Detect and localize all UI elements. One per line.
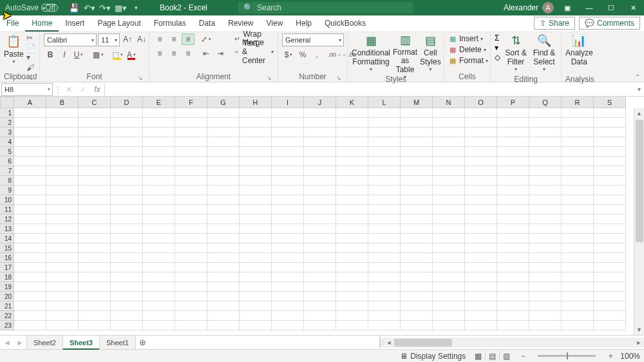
cell[interactable] <box>336 166 368 176</box>
underline-icon[interactable]: U <box>72 49 85 61</box>
cut-icon[interactable]: ✂ <box>26 33 36 43</box>
column-header[interactable]: R <box>562 97 594 108</box>
cell[interactable] <box>304 263 336 272</box>
cell[interactable] <box>304 253 336 263</box>
cell[interactable] <box>46 137 79 147</box>
cell[interactable] <box>143 243 175 253</box>
formula-bar[interactable] <box>104 83 634 96</box>
sort-filter-button[interactable]: ⇅Sort & Filter▼ <box>503 33 529 75</box>
merge-center-button[interactable]: ⫟Merge & Center▾ <box>233 46 274 57</box>
cell[interactable] <box>465 186 497 195</box>
cell[interactable] <box>336 128 368 137</box>
cell[interactable] <box>175 147 207 157</box>
fill-icon[interactable]: ▾ <box>495 43 500 52</box>
cell[interactable] <box>111 118 143 128</box>
cell[interactable] <box>304 166 336 176</box>
cell[interactable] <box>79 108 111 118</box>
column-header[interactable]: D <box>111 97 143 108</box>
page-layout-view-icon[interactable]: ▤ <box>485 351 499 361</box>
cell[interactable] <box>207 176 240 186</box>
cell[interactable] <box>368 292 401 301</box>
cell[interactable] <box>304 243 336 253</box>
cell[interactable] <box>336 137 368 147</box>
cell[interactable] <box>401 253 433 263</box>
italic-icon[interactable]: I <box>58 49 71 61</box>
cell[interactable] <box>304 301 336 311</box>
cell[interactable] <box>46 234 79 243</box>
horizontal-scrollbar[interactable]: ◄ ► <box>384 338 644 348</box>
cell[interactable] <box>497 272 529 282</box>
cell[interactable] <box>79 253 111 263</box>
cell[interactable] <box>433 214 465 224</box>
cell[interactable] <box>401 176 433 186</box>
cell[interactable] <box>465 272 497 282</box>
row-header[interactable]: 3 <box>0 128 14 137</box>
cell[interactable] <box>304 186 336 195</box>
align-center-icon[interactable]: ≡ <box>167 48 180 59</box>
cell[interactable] <box>465 166 497 176</box>
select-all-corner[interactable] <box>0 97 14 108</box>
cell[interactable] <box>529 214 562 224</box>
cell[interactable] <box>465 118 497 128</box>
cell[interactable] <box>401 214 433 224</box>
cell[interactable] <box>304 311 336 321</box>
cell[interactable] <box>368 321 401 330</box>
cell[interactable] <box>304 108 336 118</box>
cell[interactable] <box>14 253 46 263</box>
tab-home[interactable]: Home <box>25 15 59 32</box>
save-icon[interactable]: 💾 <box>67 1 81 15</box>
cell[interactable] <box>240 243 272 253</box>
cell[interactable] <box>497 243 529 253</box>
cell[interactable] <box>111 224 143 234</box>
cell[interactable] <box>562 166 594 176</box>
cell[interactable] <box>46 224 79 234</box>
cell[interactable] <box>594 137 626 147</box>
vertical-scrollbar[interactable]: ▲ ▼ <box>634 108 644 335</box>
cell[interactable] <box>272 272 304 282</box>
cell[interactable] <box>304 282 336 292</box>
cell[interactable] <box>272 137 304 147</box>
comma-format-icon[interactable]: , <box>310 49 323 61</box>
cell[interactable] <box>111 253 143 263</box>
cell[interactable] <box>240 321 272 330</box>
display-settings-button[interactable]: 🖥Display Settings <box>400 352 466 361</box>
cell[interactable] <box>336 253 368 263</box>
cell[interactable] <box>497 311 529 321</box>
cell[interactable] <box>207 137 240 147</box>
cell[interactable] <box>143 234 175 243</box>
cell[interactable] <box>143 176 175 186</box>
cell[interactable] <box>207 195 240 205</box>
column-header[interactable]: N <box>433 97 465 108</box>
autosum-icon[interactable]: Σ <box>495 33 500 43</box>
scroll-up-icon[interactable]: ▲ <box>634 108 644 119</box>
font-launcher-icon[interactable]: ↘ <box>137 75 144 81</box>
cell[interactable] <box>79 147 111 157</box>
cell[interactable] <box>143 282 175 292</box>
cell[interactable] <box>562 176 594 186</box>
cell[interactable] <box>304 147 336 157</box>
cell[interactable] <box>401 224 433 234</box>
name-box[interactable]: H8 <box>1 83 53 96</box>
cell[interactable] <box>594 157 626 166</box>
cell[interactable] <box>594 301 626 311</box>
row-header[interactable]: 16 <box>0 253 14 263</box>
cell[interactable] <box>529 321 562 330</box>
cell[interactable] <box>594 205 626 214</box>
cell[interactable] <box>497 186 529 195</box>
cell[interactable] <box>111 195 143 205</box>
sheet-tab[interactable]: Sheet1 <box>99 336 136 350</box>
analyze-data-button[interactable]: 📊Analyze Data <box>565 33 593 75</box>
cell[interactable] <box>433 205 465 214</box>
increase-font-icon[interactable]: A↑ <box>121 33 134 45</box>
cell[interactable] <box>111 311 143 321</box>
sheet-tab[interactable]: Sheet3 <box>62 336 100 350</box>
cell[interactable] <box>401 321 433 330</box>
cell[interactable] <box>304 205 336 214</box>
insert-cells-button[interactable]: ▦Insert▾ <box>448 33 483 44</box>
cell[interactable] <box>336 282 368 292</box>
cell[interactable] <box>562 128 594 137</box>
redo-icon[interactable]: ↷▾ <box>98 1 112 15</box>
cell[interactable] <box>207 157 240 166</box>
tab-quickbooks[interactable]: QuickBooks <box>318 15 372 32</box>
cell[interactable] <box>401 263 433 272</box>
